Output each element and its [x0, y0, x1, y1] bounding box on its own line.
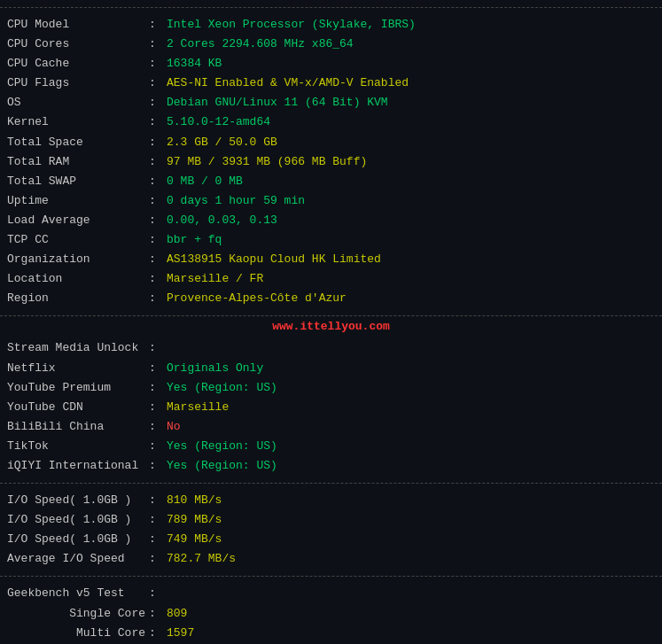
stream-media-label: Stream Media Unlock	[7, 338, 149, 358]
table-row: I/O Speed( 1.0GB ) : 789 MB/s	[7, 510, 655, 530]
location-value: Marseille / FR	[167, 269, 263, 289]
table-row: Average I/O Speed : 782.7 MB/s	[7, 549, 655, 569]
io-speed-2-label: I/O Speed( 1.0GB )	[7, 510, 149, 530]
table-row: Load Average : 0.00, 0.03, 0.13	[7, 211, 655, 230]
organization-value: AS138915 Kaopu Cloud HK Limited	[167, 250, 381, 269]
table-row: I/O Speed( 1.0GB ) : 810 MB/s	[7, 491, 655, 510]
multi-core-value: 1597	[167, 624, 194, 643]
os-value: Debian GNU/Linux 11 (64 Bit) KVM	[167, 93, 388, 113]
cpu-cache-label: CPU Cache	[7, 54, 149, 74]
os-label: OS	[7, 93, 149, 113]
iqiyi-label: iQIYI International	[7, 456, 149, 476]
organization-label: Organization	[7, 250, 149, 269]
geekbench-title-label: Geekbench v5 Test	[7, 584, 149, 603]
location-label: Location	[7, 269, 149, 289]
cpu-flags-label: CPU Flags	[7, 74, 149, 93]
avg-io-speed-value: 782.7 MB/s	[167, 549, 236, 569]
single-core-label: Single Core	[7, 604, 149, 624]
tiktok-value: Yes (Region: US)	[167, 437, 277, 456]
single-core-value: 809	[167, 604, 187, 624]
total-swap-label: Total SWAP	[7, 172, 149, 191]
load-average-value: 0.00, 0.03, 0.13	[167, 211, 277, 230]
cpu-model-label: CPU Model	[7, 15, 149, 35]
youtube-cdn-label: YouTube CDN	[7, 398, 149, 417]
table-row: OS : Debian GNU/Linux 11 (64 Bit) KVM	[7, 93, 655, 113]
cpu-cores-value: 2 Cores 2294.608 MHz x86_64	[167, 35, 354, 54]
system-info-section: CPU Model : Intel Xeon Processor (Skylak…	[0, 12, 662, 312]
total-ram-value: 97 MB / 3931 MB (966 MB Buff)	[167, 152, 367, 172]
table-row: Total Space : 2.3 GB / 50.0 GB	[7, 133, 655, 152]
table-row: Total SWAP : 0 MB / 0 MB	[7, 172, 655, 191]
io-speed-3-label: I/O Speed( 1.0GB )	[7, 530, 149, 549]
table-row: iQIYI International : Yes (Region: US)	[7, 456, 655, 476]
total-space-label: Total Space	[7, 133, 149, 152]
table-row: Multi Core : 1597	[7, 624, 655, 643]
table-row: CPU Cache : 16384 KB	[7, 54, 655, 74]
table-row: Total RAM : 97 MB / 3931 MB (966 MB Buff…	[7, 152, 655, 172]
uptime-label: Uptime	[7, 191, 149, 211]
tcp-cc-value: bbr + fq	[167, 230, 222, 250]
table-row: BiliBili China : No	[7, 417, 655, 437]
load-average-label: Load Average	[7, 211, 149, 230]
table-row: Stream Media Unlock :	[7, 338, 655, 358]
io-speed-1-value: 810 MB/s	[167, 491, 222, 510]
region-value: Provence-Alpes-Côte d'Azur	[167, 289, 347, 308]
table-row: Geekbench v5 Test :	[7, 584, 655, 603]
cpu-flags-value: AES-NI Enabled & VM-x/AMD-V Enabled	[167, 74, 409, 93]
table-row: Uptime : 0 days 1 hour 59 min	[7, 191, 655, 211]
table-row: Location : Marseille / FR	[7, 269, 655, 289]
uptime-value: 0 days 1 hour 59 min	[167, 191, 305, 211]
table-row: YouTube CDN : Marseille	[7, 398, 655, 417]
youtube-cdn-value: Marseille	[167, 398, 229, 417]
table-row: CPU Model : Intel Xeon Processor (Skylak…	[7, 15, 655, 35]
cpu-model-value: Intel Xeon Processor (Skylake, IBRS)	[167, 15, 416, 35]
bilibili-value: No	[167, 417, 181, 437]
total-ram-label: Total RAM	[7, 152, 149, 172]
table-row: TCP CC : bbr + fq	[7, 230, 655, 250]
geekbench-section: Geekbench v5 Test : Single Core : 809 Mu…	[0, 580, 662, 644]
table-row: YouTube Premium : Yes (Region: US)	[7, 378, 655, 398]
table-row: Netflix : Originals Only	[7, 359, 655, 378]
table-row: TikTok : Yes (Region: US)	[7, 437, 655, 456]
youtube-premium-value: Yes (Region: US)	[167, 378, 277, 398]
cpu-cores-label: CPU Cores	[7, 35, 149, 54]
total-swap-value: 0 MB / 0 MB	[167, 172, 243, 191]
media-section: Stream Media Unlock : Netflix : Original…	[0, 335, 662, 479]
bilibili-label: BiliBili China	[7, 417, 149, 437]
netflix-value: Originals Only	[167, 359, 263, 378]
region-label: Region	[7, 289, 149, 308]
tcp-cc-label: TCP CC	[7, 230, 149, 250]
iqiyi-value: Yes (Region: US)	[167, 456, 277, 476]
youtube-premium-label: YouTube Premium	[7, 378, 149, 398]
tiktok-label: TikTok	[7, 437, 149, 456]
watermark: www.ittellyou.com	[0, 320, 662, 333]
io-speed-3-value: 749 MB/s	[167, 530, 222, 549]
table-row: CPU Cores : 2 Cores 2294.608 MHz x86_64	[7, 35, 655, 54]
cpu-cache-value: 16384 KB	[167, 54, 222, 74]
avg-io-speed-label: Average I/O Speed	[7, 549, 149, 569]
io-speed-2-value: 789 MB/s	[167, 510, 222, 530]
table-row: I/O Speed( 1.0GB ) : 749 MB/s	[7, 530, 655, 549]
table-row: CPU Flags : AES-NI Enabled & VM-x/AMD-V …	[7, 74, 655, 93]
table-row: Region : Provence-Alpes-Côte d'Azur	[7, 289, 655, 308]
total-space-value: 2.3 GB / 50.0 GB	[167, 133, 277, 152]
io-speed-1-label: I/O Speed( 1.0GB )	[7, 491, 149, 510]
table-row: Single Core : 809	[7, 604, 655, 624]
kernel-label: Kernel	[7, 113, 149, 132]
table-row: Kernel : 5.10.0-12-amd64	[7, 113, 655, 132]
table-row: Organization : AS138915 Kaopu Cloud HK L…	[7, 250, 655, 269]
netflix-label: Netflix	[7, 359, 149, 378]
io-section: I/O Speed( 1.0GB ) : 810 MB/s I/O Speed(…	[0, 487, 662, 572]
kernel-value: 5.10.0-12-amd64	[167, 113, 270, 132]
multi-core-label: Multi Core	[7, 624, 149, 643]
